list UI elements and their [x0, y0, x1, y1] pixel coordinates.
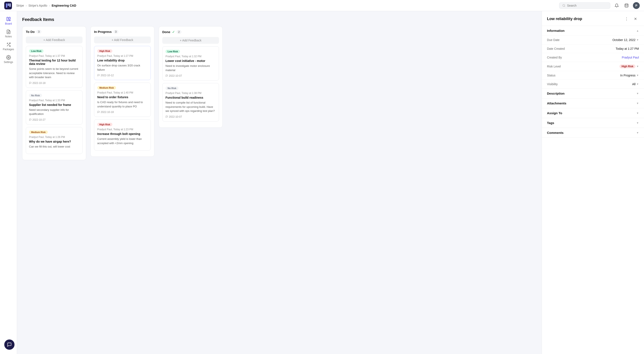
add-feedback-todo[interactable]: + Add Feedback	[26, 37, 82, 43]
assign-to-section-title: Assign To	[547, 111, 562, 115]
status-label: Status	[547, 74, 556, 77]
assign-to-section-header[interactable]: Assign To ▼	[542, 108, 644, 118]
created-by-row: Created By Pradyut Paul	[542, 53, 644, 62]
date-created-label: Date Created	[547, 47, 565, 50]
information-chevron-up: ▲	[636, 29, 639, 32]
page-title: Feedback Items	[22, 17, 536, 22]
sidebar: Board Notes Packages Settings	[0, 11, 17, 354]
date-created-value: Today at 1:27 PM	[616, 47, 639, 50]
svg-rect-2	[8, 4, 9, 6]
tags-section-title: Tags	[547, 121, 554, 125]
card-done-desc-1: Need to investigate motor enclosure mate…	[166, 64, 216, 72]
card-todo-2[interactable]: No Risk Pradyut Paul, Today at 1:33 PM S…	[26, 90, 82, 124]
comments-section-header[interactable]: Comments ▼	[542, 128, 644, 137]
status-row: Status In Progress ▼	[542, 71, 644, 80]
search-icon	[562, 4, 565, 7]
card-inprogress-title-2: Need to order fixtures	[97, 95, 148, 99]
sidebar-label-packages: Packages	[3, 48, 14, 51]
due-date-row: Due Date October 12, 2022 ▼	[542, 36, 644, 44]
column-inprogress-count: 3	[114, 30, 118, 34]
svg-point-4	[563, 4, 565, 7]
search-input[interactable]	[567, 4, 607, 7]
card-desc-3: Can we fill this out, will lower cost	[29, 144, 79, 149]
card-title-1: Thermal testing for 12 hour build data r…	[29, 59, 79, 66]
add-feedback-inprogress[interactable]: + Add Feedback	[94, 37, 151, 43]
main-content: Feedback Items To Do 3 + Add Feedback Lo…	[17, 11, 542, 354]
risk-level-badge: High Risk	[620, 65, 636, 68]
attachments-section-header[interactable]: Attachments ▼	[542, 98, 644, 108]
badge-high-risk-1: High Risk	[97, 49, 112, 53]
svg-rect-3	[10, 4, 11, 7]
avatar[interactable]: P	[633, 2, 640, 9]
badge-medium-risk-2: Medium Risk	[97, 86, 116, 89]
column-todo-header: To Do 3	[26, 30, 82, 34]
breadcrumb-stripe[interactable]: Stripe	[16, 4, 24, 7]
database-button[interactable]	[623, 2, 630, 9]
chat-icon	[7, 342, 12, 347]
column-done-header: Done ✓ 2	[162, 30, 219, 34]
section-assign-to: Assign To ▼	[542, 108, 644, 118]
detail-more-button[interactable]: ⋮	[623, 15, 630, 22]
information-section-header[interactable]: Information ▲	[542, 26, 644, 36]
card-title-3: Why do we have airgap here?	[29, 140, 79, 143]
logo[interactable]	[4, 2, 12, 10]
visibility-row: Visibility All ▼	[542, 80, 644, 88]
card-inprogress-title-3: Increase through bolt opening	[97, 132, 148, 136]
breadcrumb-sep-2: ›	[49, 4, 50, 7]
column-todo-count: 3	[36, 30, 41, 34]
sidebar-item-notes[interactable]: Notes	[0, 27, 17, 40]
risk-level-value[interactable]: High Risk ▼	[620, 65, 639, 68]
detail-close-button[interactable]	[632, 15, 639, 22]
bell-icon	[614, 4, 619, 8]
svg-rect-8	[9, 17, 10, 19]
badge-high-risk-2: High Risk	[97, 123, 112, 126]
sidebar-item-packages[interactable]: Packages	[0, 40, 17, 53]
svg-rect-7	[6, 17, 8, 21]
card-todo-3[interactable]: Medium Risk Pradyut Paul, Today at 1:26 …	[26, 127, 82, 154]
risk-level-row: Risk Level High Risk ▼	[542, 62, 644, 71]
column-inprogress-title: In Progress	[94, 30, 112, 34]
card-inprogress-3[interactable]: High Risk Pradyut Paul, Today at 1:23 PM…	[94, 119, 151, 150]
card-inprogress-title-1: Low reliability drop	[97, 59, 148, 62]
due-date-value[interactable]: October 12, 2022 ▼	[612, 38, 639, 42]
description-section-title: Description	[547, 92, 565, 95]
card-done-1[interactable]: Low Risk Pradyut Paul, Today at 1:32 PM …	[162, 46, 219, 81]
card-done-meta-1: Pradyut Paul, Today at 1:32 PM	[166, 55, 216, 58]
card-desc-1: Some points seem to be beyond current ac…	[29, 67, 79, 79]
card-meta-3: Pradyut Paul, Today at 1:26 PM	[29, 136, 79, 138]
tags-section-header[interactable]: Tags ▼	[542, 118, 644, 128]
date-created-row: Date Created Today at 1:27 PM	[542, 44, 644, 53]
card-desc-2: Need secondary supplier info for qualifi…	[29, 108, 79, 116]
flag-icon	[29, 82, 32, 84]
column-todo-title: To Do	[26, 30, 34, 34]
sidebar-label-settings: Settings	[4, 61, 13, 64]
section-description: Description ▼	[542, 89, 644, 98]
flag-icon-5	[166, 75, 168, 77]
card-done-2[interactable]: No Risk Pradyut Paul, Today at 1:38 PM F…	[162, 83, 219, 121]
visibility-chevron: ▼	[636, 83, 639, 86]
column-todo: To Do 3 + Add Feedback Low Risk Pradyut …	[22, 26, 86, 160]
svg-line-5	[564, 6, 565, 7]
card-todo-1[interactable]: Low Risk Pradyut Paul, Today at 1:37 PM …	[26, 46, 82, 88]
flag-icon-6	[166, 115, 168, 118]
due-date-label: Due Date	[547, 38, 560, 42]
add-feedback-done[interactable]: + Add Feedback	[162, 37, 219, 44]
chat-fab[interactable]	[4, 339, 14, 350]
created-by-label: Created By	[547, 56, 562, 59]
badge-no-risk-1: No Risk	[29, 94, 42, 97]
card-done-date-2: 2022-10-07	[166, 115, 216, 118]
board: To Do 3 + Add Feedback Low Risk Pradyut …	[22, 26, 536, 160]
status-value[interactable]: In Progress ▼	[620, 74, 639, 77]
card-inprogress-2[interactable]: Medium Risk Pradyut Paul, Today at 1:40 …	[94, 83, 151, 117]
svg-rect-1	[6, 4, 7, 8]
section-comments: Comments ▼	[542, 128, 644, 138]
breadcrumb-apollo[interactable]: Stripe's Apollo	[28, 4, 47, 7]
visibility-value[interactable]: All ▼	[632, 82, 639, 86]
notifications-button[interactable]	[613, 2, 620, 9]
sidebar-item-settings[interactable]: Settings	[0, 53, 17, 66]
sidebar-item-board[interactable]: Board	[0, 15, 17, 27]
card-inprogress-1[interactable]: High Risk Pradyut Paul, Today at 1:27 PM…	[94, 46, 151, 80]
search-bar[interactable]	[559, 2, 610, 9]
description-section-header[interactable]: Description ▼	[542, 89, 644, 98]
created-by-value[interactable]: Pradyut Paul	[622, 56, 639, 59]
